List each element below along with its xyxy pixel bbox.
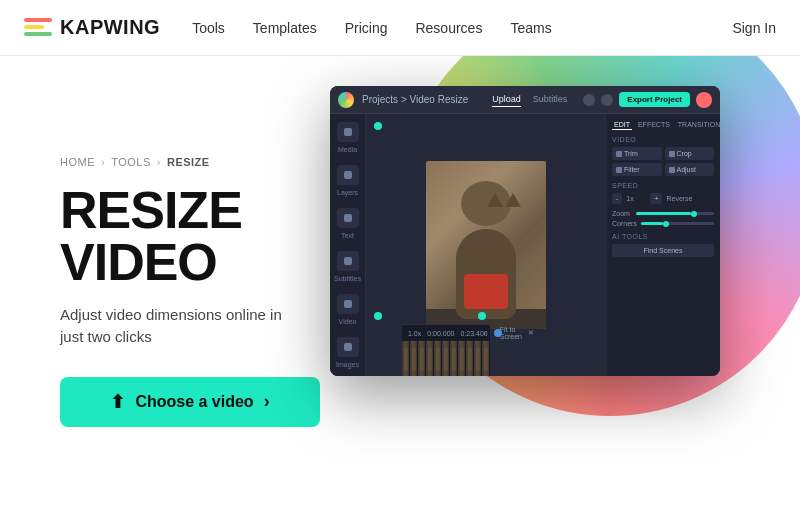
filmstrip-frame-4 (426, 341, 434, 376)
main-nav: Tools Templates Pricing Resources Teams (192, 20, 732, 36)
crop-button[interactable]: Crop (665, 147, 715, 160)
canvas-dot-tl (374, 122, 382, 130)
nav-teams[interactable]: Teams (510, 20, 551, 36)
speed-minus[interactable]: - (612, 193, 622, 204)
zoom-slider-thumb (691, 211, 697, 217)
logo[interactable]: KAPWING (24, 16, 160, 39)
editor-right-panel: EDIT EFFECTS TRANSITIONS TIMING VIDEO Tr… (605, 114, 720, 376)
zoom-row: Zoom (612, 210, 714, 217)
corners-slider[interactable] (641, 222, 714, 225)
trim-icon (616, 151, 622, 157)
upload-icon: ⬆ (110, 391, 125, 413)
sidebar-layers[interactable] (337, 165, 359, 185)
editor-sidebar: Media Layers Text Subtitles Video Images (330, 114, 366, 376)
editor-icons: Export Project (583, 92, 712, 108)
choose-video-button[interactable]: ⬆ Choose a video › (60, 377, 320, 427)
corners-slider-thumb (663, 221, 669, 227)
editor-topbar: Projects > Video Resize Upload Subtitles… (330, 86, 720, 114)
arrow-icon: › (264, 391, 270, 412)
editor-tab-subtitles: Subtitles (533, 92, 568, 107)
breadcrumb-tools: TOOLS (111, 156, 151, 168)
timeline-close[interactable]: ✕ (528, 329, 534, 337)
video-canvas (426, 161, 546, 329)
panel-ai-title: AI TOOLS (612, 233, 714, 240)
editor-mockup: Projects > Video Resize Upload Subtitles… (330, 86, 720, 376)
editor-breadcrumb-text: Projects > Video Resize (362, 94, 468, 105)
filter-button[interactable]: Filter (612, 163, 662, 176)
nav-pricing[interactable]: Pricing (345, 20, 388, 36)
trim-label: Trim (624, 150, 638, 157)
sign-in-button[interactable]: Sign In (732, 20, 776, 36)
filmstrip (402, 341, 490, 376)
panel-video-section: VIDEO Trim Crop (612, 136, 714, 176)
corners-slider-fill (641, 222, 663, 225)
sidebar-media[interactable] (337, 122, 359, 142)
canvas-dot-br (478, 312, 486, 320)
breadcrumb-home: HOME (60, 156, 95, 168)
breadcrumb-sep1: › (101, 156, 105, 168)
crop-icon (669, 151, 675, 157)
editor-canvas: 1.0x 0:00.000 0:23.406 Fit to Screen ✕ (366, 114, 605, 376)
cta-label: Choose a video (135, 393, 253, 411)
filmstrip-frame-7 (450, 341, 458, 376)
editor-body: Media Layers Text Subtitles Video Images (330, 114, 720, 376)
filter-icon (616, 167, 622, 173)
trim-button[interactable]: Trim (612, 147, 662, 160)
cat-ear-left (487, 193, 503, 207)
editor-tab-upload: Upload (492, 92, 521, 107)
hero-right: Projects > Video Resize Upload Subtitles… (380, 56, 740, 526)
speed-plus[interactable]: + (650, 193, 662, 204)
nav-tools[interactable]: Tools (192, 20, 225, 36)
editor-tabs: Upload Subtitles (484, 92, 575, 107)
main-content: HOME › TOOLS › RESIZE RESIZE VIDEO Adjus… (0, 56, 800, 526)
filmstrip-frame-11 (482, 341, 490, 376)
crop-label: Crop (677, 150, 692, 157)
panel-video-title: VIDEO (612, 136, 714, 143)
zoom-slider[interactable] (636, 212, 714, 215)
sidebar-layers-label: Layers (337, 189, 358, 196)
editor-icon-2 (601, 94, 613, 106)
export-button[interactable]: Export Project (619, 92, 690, 107)
speed-value: 1x (626, 195, 646, 202)
filmstrip-frame-8 (458, 341, 466, 376)
timeline-zoom-label: Fit to Screen (500, 326, 522, 340)
nav-resources[interactable]: Resources (415, 20, 482, 36)
breadcrumb-sep2: › (157, 156, 161, 168)
kapwing-logo-icon (24, 18, 52, 38)
timeline-time-end: 0:23.406 (460, 330, 487, 337)
filmstrip-frame-3 (418, 341, 426, 376)
adjust-icon (669, 167, 675, 173)
sidebar-text-label: Text (341, 232, 354, 239)
sidebar-video-label: Video (339, 318, 357, 325)
filmstrip-frame-9 (466, 341, 474, 376)
sidebar-text[interactable] (337, 208, 359, 228)
zoom-slider-fill (636, 212, 691, 215)
filmstrip-frame-1 (402, 341, 410, 376)
adjust-label: Adjust (677, 166, 696, 173)
cat-shirt (464, 274, 508, 309)
panel-tab-effects[interactable]: EFFECTS (636, 120, 672, 130)
sidebar-subtitles[interactable] (337, 251, 359, 271)
timeline-speed: 1.0x (408, 330, 421, 337)
timeline-playhead (494, 329, 502, 337)
editor-breadcrumb: Projects > Video Resize (362, 94, 468, 105)
sidebar-subtitles-label: Subtitles (334, 275, 361, 282)
filmstrip-frame-2 (410, 341, 418, 376)
sidebar-images-label: Images (336, 361, 359, 368)
zoom-label: Zoom (612, 210, 632, 217)
nav-templates[interactable]: Templates (253, 20, 317, 36)
panel-tab-edit[interactable]: EDIT (612, 120, 632, 130)
find-scenes-button[interactable]: Find Scenes (612, 244, 714, 257)
sidebar-media-label: Media (338, 146, 357, 153)
adjust-button[interactable]: Adjust (665, 163, 715, 176)
sidebar-video[interactable] (337, 294, 359, 314)
filmstrip-frame-6 (442, 341, 450, 376)
editor-logo (338, 92, 354, 108)
sidebar-images[interactable] (337, 337, 359, 357)
timeline-time-start: 0:00.000 (427, 330, 454, 337)
filmstrip-frame-10 (474, 341, 482, 376)
video-frame (426, 161, 546, 329)
user-avatar (696, 92, 712, 108)
header: KAPWING Tools Templates Pricing Resource… (0, 0, 800, 56)
panel-tab-transitions[interactable]: TRANSITIONS (676, 120, 720, 130)
